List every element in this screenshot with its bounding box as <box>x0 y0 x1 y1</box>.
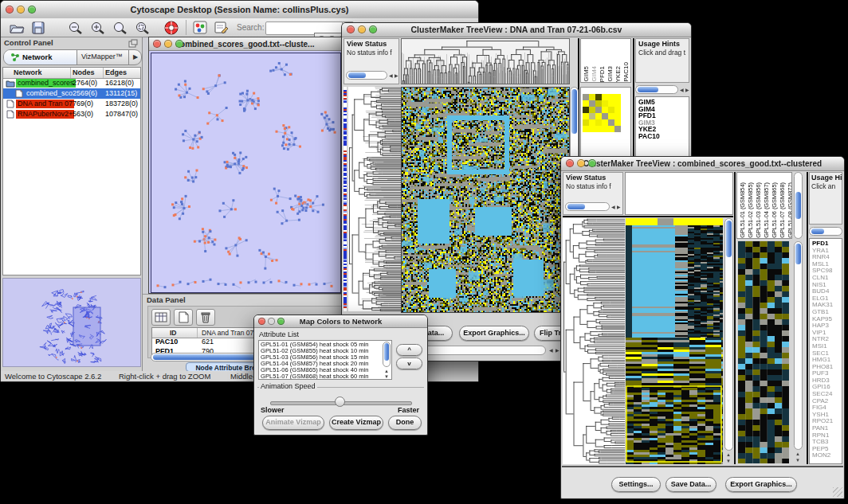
treeview2-title: ClusterMaker TreeView : combined_scores_… <box>583 159 822 168</box>
tv1-heatmap-canvas[interactable] <box>401 87 570 313</box>
more-tabs-button[interactable]: ▶ <box>128 50 142 64</box>
main-titlebar[interactable]: Cytoscape Desktop (Session Name: collins… <box>1 1 478 19</box>
tv1-zoom-heatmap[interactable] <box>583 94 621 132</box>
tv2-global-heatmap-canvas[interactable] <box>626 218 723 464</box>
attribute-listbox[interactable]: GPL51-01 (GSM854) heat shock 05 minGPL51… <box>258 340 392 380</box>
scroll-right-icon[interactable]: ▶ <box>395 73 398 78</box>
close-button[interactable] <box>566 159 574 167</box>
button-create-vizmap[interactable]: Create Vizmap <box>329 416 383 430</box>
minimize-button[interactable] <box>268 318 275 325</box>
scroll-up-icon[interactable]: ▲ <box>726 452 731 457</box>
heatmap-cell <box>614 113 621 119</box>
tv2-zoom-vscrollbar[interactable] <box>794 241 803 450</box>
help-lifesaver-icon[interactable] <box>163 20 179 36</box>
desktop: Cytoscape Desktop (Session Name: collins… <box>0 0 848 504</box>
edges-count: 183728(0) <box>105 100 138 107</box>
tab-network-label: Network <box>22 53 52 61</box>
scroll-up-icon[interactable]: ▲ <box>795 451 800 456</box>
tv2-status-hscrollbar[interactable] <box>565 202 610 211</box>
annotation-icon[interactable] <box>214 21 230 35</box>
tv2-zoom-heatmap-canvas[interactable] <box>738 241 789 463</box>
button-export-graphics-[interactable]: Export Graphics... <box>725 477 797 492</box>
move-up-button[interactable]: ^ <box>396 344 422 356</box>
network-tab-icon <box>10 53 20 62</box>
tv2-label-vscrollbar[interactable] <box>794 172 803 239</box>
scroll-right-icon[interactable]: ▶ <box>617 205 621 209</box>
tv1-row-dendrogram-canvas[interactable] <box>348 87 401 311</box>
scroll-down-icon[interactable]: ▼ <box>384 374 389 379</box>
tv2-row-dendrogram-canvas[interactable] <box>563 218 625 464</box>
scroll-left-icon[interactable]: ◀ <box>549 348 553 353</box>
scroll-down-icon[interactable]: ▼ <box>795 458 800 463</box>
zoom-window-button[interactable] <box>28 6 36 14</box>
float-panel-icon[interactable] <box>128 39 138 48</box>
attribute-list-vscrollbar[interactable] <box>383 342 391 367</box>
tab-network[interactable]: Network <box>4 50 77 64</box>
network-canvas[interactable] <box>151 53 339 291</box>
attribute-items: GPL51-01 (GSM854) heat shock 05 minGPL51… <box>261 342 369 380</box>
speed-slider-thumb[interactable] <box>335 397 345 407</box>
new-attribute-button[interactable] <box>174 309 193 326</box>
vizmapper-icon[interactable] <box>193 21 208 35</box>
frame-close-button[interactable] <box>153 40 161 48</box>
close-button[interactable] <box>347 25 355 33</box>
button-save-data-[interactable]: Save Data... <box>665 477 716 492</box>
resize-grip[interactable] <box>833 487 842 497</box>
zoom-window-button[interactable] <box>369 25 377 33</box>
button-settings-[interactable]: Settings... <box>611 477 661 492</box>
treeview1-titlebar[interactable]: ClusterMaker TreeView : DNA and Tran 07-… <box>342 23 691 37</box>
heatmap-cell <box>583 113 589 119</box>
button-done[interactable]: Done <box>388 416 422 430</box>
table-row[interactable]: combined_scores2764(0)16218(0) <box>3 78 140 88</box>
heatmap-cell <box>589 119 595 126</box>
minimize-button[interactable] <box>17 6 25 14</box>
tab-vizmapper[interactable]: VizMapper™ <box>77 50 128 64</box>
scroll-left-icon[interactable]: ◀ <box>680 88 684 92</box>
scroll-right-icon[interactable]: ▶ <box>685 88 689 92</box>
zoom-selected-icon[interactable] <box>135 21 151 35</box>
table-row[interactable]: DNA and Tran 07769(0)183728(0) <box>3 99 140 109</box>
close-button[interactable] <box>258 318 265 325</box>
zoom-window-button[interactable] <box>588 159 596 167</box>
column-label: YKE2 <box>614 66 622 82</box>
button-animate-vizmap[interactable]: Animate Vizmap <box>262 416 324 430</box>
scroll-down-icon[interactable]: ▼ <box>726 459 731 463</box>
list-item[interactable]: GPL51-07 (GSM868) heat shock 60 min <box>261 373 369 380</box>
button-export-graphics-[interactable]: Export Graphics... <box>459 326 529 341</box>
tv1-status-hscrollbar[interactable] <box>346 71 387 80</box>
minimize-button[interactable] <box>577 159 585 167</box>
zoom-window-button[interactable] <box>277 318 285 325</box>
table-row[interactable]: RNAPuberNov2+563(0)107847(0) <box>3 109 140 119</box>
file-icon <box>6 110 15 119</box>
column-label: GPL51-03 (GSM856) <box>755 182 762 238</box>
minimize-button[interactable] <box>358 25 366 33</box>
tv1-usage-hscrollbar[interactable] <box>635 85 678 94</box>
network-view[interactable] <box>151 53 341 293</box>
network-frame[interactable]: combined_scores_good.txt--cluste... <box>148 37 342 294</box>
scroll-right-icon[interactable]: ▶ <box>556 348 559 353</box>
tv2-usage-hscrollbar[interactable] <box>809 227 842 236</box>
scroll-left-icon[interactable]: ◀ <box>389 73 393 78</box>
birdseye-panel[interactable] <box>2 278 141 367</box>
table-mode-button[interactable] <box>151 309 171 326</box>
save-icon[interactable] <box>31 21 45 35</box>
close-button[interactable] <box>6 6 14 14</box>
treeview2-titlebar[interactable]: ClusterMaker TreeView : combined_scores_… <box>561 157 844 171</box>
scroll-up-icon[interactable]: ▲ <box>384 369 389 373</box>
tv1-column-dendrogram-canvas[interactable] <box>401 38 570 84</box>
network-table-header[interactable]: Network Nodes Edges <box>3 68 140 79</box>
open-folder-icon[interactable] <box>9 21 25 35</box>
scroll-left-icon[interactable]: ◀ <box>611 205 615 209</box>
move-down-button[interactable]: v <box>396 357 422 369</box>
frame-zoom-button[interactable] <box>175 40 183 48</box>
delete-attribute-icon[interactable] <box>196 309 215 326</box>
tv2-global-vscrollbar[interactable] <box>724 218 733 451</box>
file-icon <box>14 89 24 98</box>
zoom-fit-icon[interactable] <box>112 21 128 35</box>
zoom-out-icon[interactable] <box>68 21 84 35</box>
birdseye-canvas[interactable] <box>3 279 140 366</box>
tv2-column-dendrogram-area[interactable] <box>625 172 733 215</box>
frame-minimize-button[interactable] <box>164 40 172 48</box>
table-row[interactable]: combined_sco2569(6)13112(15) <box>3 88 140 99</box>
zoom-in-icon[interactable] <box>90 21 106 35</box>
